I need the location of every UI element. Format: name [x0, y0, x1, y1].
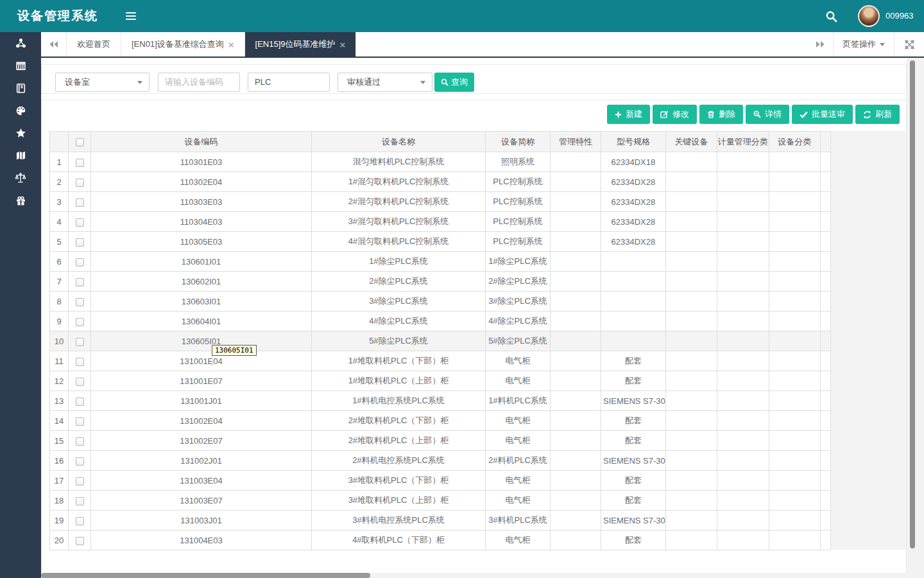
row-checkbox-cell[interactable] [69, 391, 91, 411]
vertical-scrollbar-thumb[interactable] [910, 60, 915, 548]
device-code-input[interactable]: 请输入设备编码 [158, 73, 240, 92]
close-all-tabs-icon[interactable] [894, 32, 924, 57]
user-avatar[interactable] [858, 5, 880, 27]
edit-button[interactable]: 修改 [653, 105, 697, 124]
tab-close-icon[interactable]: × [228, 40, 234, 49]
tab-close-icon[interactable]: × [340, 40, 346, 49]
tab-home[interactable]: 欢迎首页 [67, 32, 121, 57]
table-row[interactable]: 3110303E032#混匀取料机PLC控制系统PLC控制系统62334DX28 [50, 192, 831, 212]
tab-en15-maintenance[interactable]: [EN15]9位码基准维护 × [245, 32, 357, 57]
detail-button[interactable]: 详情 [746, 105, 789, 124]
sidebar-item-palette[interactable] [0, 100, 41, 122]
row-checkbox[interactable] [76, 338, 84, 346]
row-checkbox-cell[interactable] [69, 431, 91, 451]
table-row[interactable]: 6130601I011#除尘PLC系统1#除尘PLC系统 [50, 252, 831, 272]
cell-filler [820, 252, 830, 272]
batch-submit-button[interactable]: 批量送审 [792, 105, 853, 124]
table-row[interactable]: 14131002E042#堆取料机PLC（下部）柜电气柜配套 [50, 411, 831, 431]
sidebar-item-nodes[interactable] [0, 32, 41, 55]
row-checkbox-cell[interactable] [69, 172, 91, 192]
horizontal-scrollbar[interactable] [41, 573, 907, 578]
table-row[interactable]: 18131003E073#堆取料机PLC（上部）柜电气柜配套 [50, 491, 831, 511]
table-row[interactable]: 10130605I015#除尘PLC系统5#除尘PLC系统 [50, 331, 831, 351]
row-checkbox[interactable] [76, 417, 84, 426]
row-checkbox-cell[interactable] [69, 351, 91, 371]
table-row[interactable]: 11131001E041#堆取料机PLC（下部）柜电气柜配套 [50, 351, 831, 371]
hamburger-menu-icon[interactable] [126, 12, 136, 20]
audit-status-select[interactable]: 审核通过 [338, 73, 432, 92]
tabs-scroll-right-button[interactable] [807, 32, 833, 57]
table-row[interactable]: 8130603I013#除尘PLC系统3#除尘PLC系统 [50, 292, 831, 311]
row-checkbox[interactable] [76, 238, 84, 247]
table-row[interactable]: 4110304E033#混匀取料机PLC控制系统PLC控制系统62334DX28 [50, 212, 831, 232]
row-checkbox-cell[interactable] [69, 451, 91, 471]
table-row[interactable]: 1110301E03混匀堆料机PLC控制系统照明系统62334DX18 [50, 152, 831, 172]
device-name-input[interactable]: PLC [248, 73, 330, 92]
table-row[interactable]: 19131003J013#料机电控系统PLC系统3#料机PLC系统SIEMENS… [50, 511, 831, 530]
tab-actions-dropdown[interactable]: 页签操作 [833, 32, 894, 57]
table-row[interactable]: 13131001J011#料机电控系统PLC系统1#料机PLC系统SIEMENS… [50, 391, 831, 411]
row-checkbox-cell[interactable] [69, 311, 91, 331]
vertical-scrollbar[interactable] [907, 58, 924, 578]
table-row[interactable]: 9130604I014#除尘PLC系统4#除尘PLC系统 [50, 311, 831, 331]
row-checkbox[interactable] [76, 477, 84, 486]
row-checkbox[interactable] [76, 378, 84, 386]
row-checkbox-cell[interactable] [69, 471, 91, 491]
row-checkbox-cell[interactable] [69, 212, 91, 232]
table-row[interactable]: 16131002J012#料机电控系统PLC系统2#料机PLC系统SIEMENS… [50, 451, 831, 471]
row-checkbox-cell[interactable] [69, 252, 91, 272]
sidebar-item-book[interactable] [0, 77, 41, 100]
row-checkbox[interactable] [76, 318, 84, 326]
table-row[interactable]: 12131001E071#堆取料机PLC（上部）柜电气柜配套 [50, 371, 831, 391]
sidebar-item-scales[interactable] [0, 167, 41, 189]
device-room-select[interactable]: 设备室 [55, 73, 150, 92]
header-select-all[interactable] [69, 132, 91, 152]
search-icon[interactable] [825, 10, 837, 22]
delete-button[interactable]: 删除 [699, 105, 743, 124]
row-checkbox-cell[interactable] [69, 411, 91, 431]
row-checkbox-cell[interactable] [69, 371, 91, 391]
row-checkbox-cell[interactable] [69, 530, 91, 550]
row-checkbox-cell[interactable] [69, 331, 91, 351]
horizontal-scrollbar-thumb[interactable] [41, 573, 370, 578]
row-checkbox[interactable] [76, 179, 84, 187]
sidebar-item-gift[interactable] [0, 189, 41, 212]
row-checkbox[interactable] [76, 198, 84, 207]
row-checkbox[interactable] [76, 437, 84, 446]
sidebar-item-building[interactable] [0, 55, 41, 77]
select-all-checkbox[interactable] [76, 138, 84, 146]
cell-code: 110304E03 [91, 212, 312, 232]
row-checkbox-cell[interactable] [69, 192, 91, 212]
row-checkbox-cell[interactable] [69, 292, 91, 311]
table-row[interactable]: 15131002E072#堆取料机PLC（上部）柜电气柜配套 [50, 431, 831, 451]
sidebar-item-map[interactable] [0, 144, 41, 167]
check-icon [800, 111, 808, 118]
tab-en01-query[interactable]: [EN01]设备基准综合查询 × [121, 32, 245, 57]
table-row[interactable]: 7130602I012#除尘PLC系统2#除尘PLC系统 [50, 272, 831, 292]
tabs-scroll-left-button[interactable] [41, 32, 67, 57]
table-row[interactable]: 20131004E034#取料机PLC（下部）柜电气柜配套 [50, 530, 831, 550]
row-checkbox-cell[interactable] [69, 272, 91, 292]
row-checkbox[interactable] [76, 159, 84, 167]
table-row[interactable]: 2110302E041#混匀取料机PLC控制系统PLC控制系统62334DX28 [50, 172, 831, 192]
row-checkbox[interactable] [76, 398, 84, 406]
row-checkbox[interactable] [76, 457, 84, 466]
refresh-button[interactable]: 刷新 [855, 105, 900, 124]
row-checkbox[interactable] [76, 497, 84, 505]
table-row[interactable]: 5110305E034#混匀取料机PLC控制系统PLC控制系统62334DX28 [50, 232, 831, 252]
row-checkbox[interactable] [76, 278, 84, 286]
query-button[interactable]: 查询 [434, 73, 474, 92]
row-checkbox[interactable] [76, 517, 84, 525]
new-button[interactable]: 新建 [607, 105, 650, 124]
table-row[interactable]: 17131003E043#堆取料机PLC（下部）柜电气柜配套 [50, 471, 831, 491]
row-checkbox-cell[interactable] [69, 491, 91, 511]
row-checkbox[interactable] [76, 258, 84, 267]
row-checkbox[interactable] [76, 358, 84, 366]
row-checkbox-cell[interactable] [69, 232, 91, 252]
row-checkbox[interactable] [76, 298, 84, 306]
row-checkbox[interactable] [76, 218, 84, 227]
row-checkbox-cell[interactable] [69, 511, 91, 530]
row-checkbox[interactable] [76, 537, 84, 545]
row-checkbox-cell[interactable] [69, 152, 91, 172]
sidebar-item-star[interactable] [0, 122, 41, 144]
